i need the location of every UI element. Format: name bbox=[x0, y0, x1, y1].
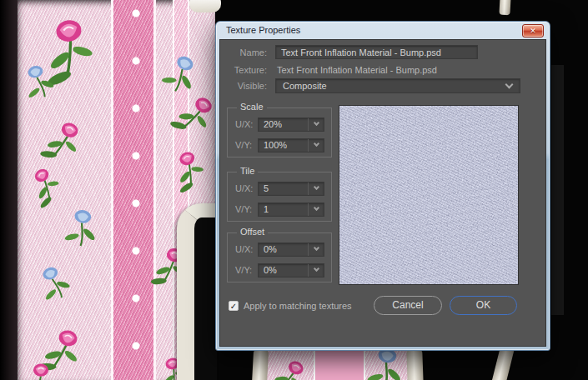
frame-tube-cap bbox=[189, 0, 221, 12]
texture-label: Texture: bbox=[225, 65, 267, 75]
visible-value: Composite bbox=[283, 81, 327, 91]
chevron-down-icon bbox=[314, 184, 319, 190]
background-panel-edge bbox=[551, 65, 564, 315]
tile-ux-dropdown-button[interactable] bbox=[308, 182, 324, 195]
tile-ux-label: U/X: bbox=[235, 183, 253, 193]
offset-group: Offset U/X: 0% V/Y: 0% bbox=[227, 232, 332, 282]
offset-vy-label: V/Y: bbox=[235, 265, 252, 275]
texture-preview bbox=[339, 105, 519, 285]
offset-vy-value: 0% bbox=[264, 265, 277, 275]
visible-dropdown[interactable]: Composite bbox=[275, 78, 520, 93]
offset-ux-dropdown-button[interactable] bbox=[308, 243, 324, 256]
offset-vy-dropdown-button[interactable] bbox=[308, 264, 324, 277]
texture-properties-dialog: Texture Properties ✕ Name: Texture: Text… bbox=[215, 21, 550, 351]
tile-vy-dropdown-button[interactable] bbox=[308, 203, 324, 216]
scale-ux-row: U/X: 20% bbox=[228, 118, 333, 132]
scale-group: Scale U/X: 20% V/Y: 100% bbox=[227, 108, 332, 158]
chevron-down-icon bbox=[314, 266, 319, 272]
chevron-down-icon[interactable] bbox=[505, 81, 514, 89]
scale-ux-value: 20% bbox=[264, 119, 282, 129]
tile-ux-value: 5 bbox=[264, 183, 269, 193]
dialog-content: Name: Texture: Text Front Inflation Mate… bbox=[219, 39, 546, 347]
chevron-down-icon bbox=[314, 245, 319, 251]
scale-group-title: Scale bbox=[237, 102, 267, 112]
apply-matching-label: Apply to matching textures bbox=[244, 301, 352, 311]
dialog-title: Texture Properties bbox=[226, 25, 300, 35]
close-icon: ✕ bbox=[530, 27, 536, 35]
scale-vy-value: 100% bbox=[264, 140, 287, 150]
scale-vy-field[interactable]: 100% bbox=[258, 138, 324, 152]
tile-ux-field[interactable]: 5 bbox=[258, 182, 324, 196]
offset-ux-value: 0% bbox=[264, 244, 277, 254]
frame-tube-corner bbox=[177, 203, 217, 380]
chevron-down-icon bbox=[314, 141, 319, 147]
offset-group-title: Offset bbox=[237, 227, 268, 237]
fabric-patch-flowers bbox=[265, 351, 409, 380]
offset-ux-field[interactable]: 0% bbox=[258, 242, 324, 257]
tile-group: Tile U/X: 5 V/Y: 1 bbox=[227, 172, 332, 222]
fabric-patch-bottom bbox=[265, 351, 409, 380]
frame-tube-top bbox=[499, 0, 510, 15]
scale-vy-row: V/Y: 100% bbox=[228, 138, 333, 152]
cancel-button[interactable]: Cancel bbox=[374, 296, 442, 315]
chevron-down-icon bbox=[314, 205, 319, 211]
offset-vy-field[interactable]: 0% bbox=[258, 263, 324, 278]
scale-vy-label: V/Y: bbox=[235, 140, 252, 150]
scale-ux-field[interactable]: 20% bbox=[258, 118, 324, 132]
frame-tube-bottom-mid bbox=[406, 350, 423, 380]
dialog-titlebar[interactable]: Texture Properties ✕ bbox=[216, 22, 550, 39]
offset-ux-row: U/X: 0% bbox=[228, 242, 333, 257]
scale-ux-label: U/X: bbox=[235, 119, 253, 129]
offset-ux-label: U/X: bbox=[235, 244, 253, 254]
ok-button[interactable]: OK bbox=[450, 296, 517, 315]
texture-preview-weave bbox=[339, 106, 518, 284]
scale-vy-dropdown-button[interactable] bbox=[308, 139, 324, 152]
name-label: Name: bbox=[225, 48, 267, 58]
name-input[interactable] bbox=[275, 45, 478, 59]
chevron-down-icon bbox=[314, 120, 319, 126]
check-icon: ✓ bbox=[230, 302, 237, 311]
offset-vy-row: V/Y: 0% bbox=[228, 263, 333, 278]
tile-ux-row: U/X: 5 bbox=[228, 182, 333, 196]
tile-vy-value: 1 bbox=[264, 204, 269, 214]
tile-vy-row: V/Y: 1 bbox=[228, 202, 333, 217]
texture-value: Text Front Inflation Material - Bump.psd bbox=[277, 65, 437, 75]
tile-vy-field[interactable]: 1 bbox=[258, 202, 324, 217]
close-button[interactable]: ✕ bbox=[522, 24, 544, 38]
tile-vy-label: V/Y: bbox=[235, 204, 252, 214]
visible-label: Visible: bbox=[225, 81, 267, 91]
photoshop-3d-canvas: Texture Properties ✕ Name: Texture: Text… bbox=[0, 0, 588, 380]
apply-matching-checkbox[interactable]: ✓ bbox=[229, 301, 239, 311]
tile-group-title: Tile bbox=[237, 166, 258, 176]
scene-shadow-edge bbox=[0, 0, 18, 380]
frame-tube-bottom-left bbox=[252, 350, 269, 380]
scale-ux-dropdown-button[interactable] bbox=[308, 118, 324, 131]
